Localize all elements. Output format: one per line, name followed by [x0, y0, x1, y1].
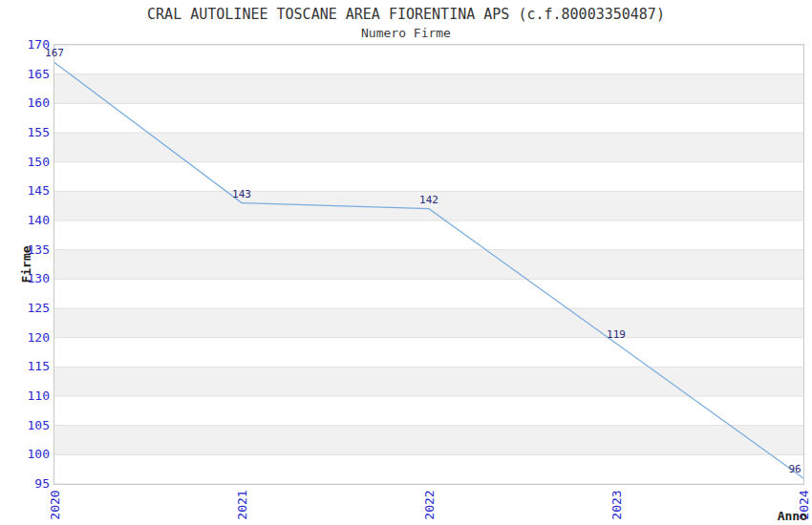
y-tick-label: 100: [0, 448, 50, 461]
y-tick-label: 150: [0, 156, 50, 169]
point-label: 142: [419, 195, 438, 206]
chart-title: CRAL AUTOLINEE TOSCANE AREA FIORENTINA A…: [0, 6, 812, 23]
y-tick-label: 110: [0, 389, 50, 403]
x-tick-label: 2020: [48, 490, 62, 519]
y-tick-label: 120: [0, 331, 50, 345]
band: [54, 367, 803, 396]
y-tick-label: 160: [0, 96, 50, 110]
point-label: 96: [788, 464, 801, 475]
y-tick-label: 165: [0, 68, 50, 81]
x-axis-label: Anno: [778, 509, 807, 523]
band: [54, 426, 803, 455]
y-tick-label: 115: [0, 360, 50, 373]
chart-canvas: CRAL AUTOLINEE TOSCANE AREA FIORENTINA A…: [0, 0, 812, 525]
band: [54, 74, 803, 104]
y-tick-label: 145: [0, 184, 50, 198]
y-tick-label: 125: [0, 302, 50, 315]
point-label: 119: [607, 329, 626, 341]
x-tick-label: 2021: [235, 490, 249, 519]
y-tick-label: 170: [0, 38, 50, 52]
x-tick-label: 2022: [422, 490, 437, 519]
y-tick-label: 155: [0, 126, 50, 139]
y-tick-label: 95: [0, 477, 50, 491]
line-chart-svg: [54, 45, 803, 484]
chart-subtitle: Numero Firme: [0, 26, 812, 40]
band: [54, 250, 803, 280]
point-label: 167: [45, 48, 64, 59]
x-tick-label: 2023: [609, 490, 624, 519]
band: [54, 308, 803, 338]
point-label: 143: [232, 189, 251, 200]
y-tick-label: 105: [0, 419, 50, 432]
plot-area: [53, 44, 804, 485]
y-axis-label: Firme: [19, 245, 33, 283]
y-tick-label: 140: [0, 214, 50, 227]
